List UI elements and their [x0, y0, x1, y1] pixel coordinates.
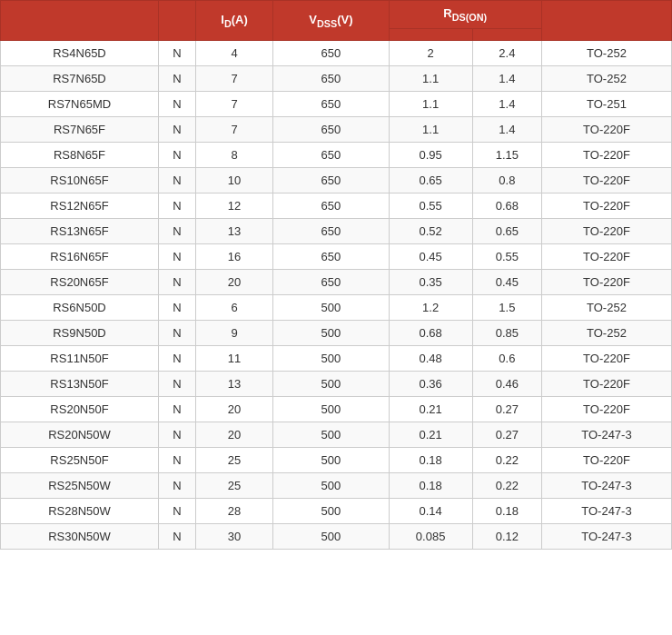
cell-package: TO-220F	[541, 167, 671, 193]
cell-max: 0.46	[472, 371, 541, 396]
cell-vdss: 500	[273, 396, 389, 422]
cell-product: RS28N50W	[1, 498, 159, 523]
cell-vdss: 650	[273, 40, 389, 65]
cell-package: TO-220F	[541, 345, 671, 371]
cell-package: TO-220F	[541, 371, 671, 396]
cell-id: 20	[195, 396, 272, 422]
table-row: RS13N50F N 13 500 0.36 0.46 TO-220F	[1, 371, 672, 396]
cell-id: 20	[195, 269, 272, 294]
cell-type: N	[159, 142, 196, 167]
cell-max: 0.85	[472, 320, 541, 345]
cell-typ: 0.21	[389, 396, 472, 422]
table-row: RS9N50D N 9 500 0.68 0.85 TO-252	[1, 320, 672, 345]
cell-id: 7	[195, 116, 272, 142]
cell-product: RS10N65F	[1, 167, 159, 193]
cell-max: 0.6	[472, 345, 541, 371]
col-type	[159, 1, 196, 41]
cell-package: TO-220F	[541, 142, 671, 167]
cell-type: N	[159, 193, 196, 218]
table-row: RS13N65F N 13 650 0.52 0.65 TO-220F	[1, 218, 672, 243]
cell-product: RS4N65D	[1, 40, 159, 65]
cell-package: TO-220F	[541, 218, 671, 243]
cell-typ: 0.18	[389, 472, 472, 498]
cell-typ: 0.085	[389, 523, 472, 549]
cell-id: 9	[195, 320, 272, 345]
cell-id: 8	[195, 142, 272, 167]
cell-type: N	[159, 523, 196, 549]
table-row: RS7N65D N 7 650 1.1 1.4 TO-252	[1, 65, 672, 91]
cell-typ: 0.68	[389, 320, 472, 345]
cell-vdss: 500	[273, 371, 389, 396]
table-row: RS7N65F N 7 650 1.1 1.4 TO-220F	[1, 116, 672, 142]
cell-id: 25	[195, 472, 272, 498]
cell-type: N	[159, 396, 196, 422]
cell-product: RS20N65F	[1, 269, 159, 294]
cell-product: RS20N50W	[1, 422, 159, 447]
cell-package: TO-251	[541, 91, 671, 116]
table-row: RS25N50W N 25 500 0.18 0.22 TO-247-3	[1, 472, 672, 498]
table-row: RS30N50W N 30 500 0.085 0.12 TO-247-3	[1, 523, 672, 549]
product-table: ID(A) VDSS(V) RDS(ON) RS4N65D N 4 650 2 …	[0, 0, 672, 550]
table-row: RS12N65F N 12 650 0.55 0.68 TO-220F	[1, 193, 672, 218]
cell-vdss: 500	[273, 523, 389, 549]
cell-id: 7	[195, 91, 272, 116]
cell-vdss: 500	[273, 498, 389, 523]
cell-package: TO-252	[541, 294, 671, 320]
cell-product: RS9N50D	[1, 320, 159, 345]
cell-id: 20	[195, 422, 272, 447]
cell-typ: 0.36	[389, 371, 472, 396]
cell-package: TO-220F	[541, 193, 671, 218]
cell-max: 0.22	[472, 472, 541, 498]
cell-max: 0.22	[472, 447, 541, 472]
cell-type: N	[159, 422, 196, 447]
cell-vdss: 650	[273, 65, 389, 91]
cell-vdss: 650	[273, 167, 389, 193]
cell-id: 13	[195, 371, 272, 396]
cell-typ: 0.52	[389, 218, 472, 243]
cell-product: RS11N50F	[1, 345, 159, 371]
cell-package: TO-252	[541, 320, 671, 345]
cell-package: TO-220F	[541, 396, 671, 422]
cell-vdss: 650	[273, 116, 389, 142]
cell-type: N	[159, 371, 196, 396]
cell-max: 1.4	[472, 91, 541, 116]
cell-type: N	[159, 472, 196, 498]
cell-id: 7	[195, 65, 272, 91]
cell-vdss: 500	[273, 294, 389, 320]
cell-max: 0.27	[472, 396, 541, 422]
cell-typ: 0.65	[389, 167, 472, 193]
cell-type: N	[159, 218, 196, 243]
cell-max: 1.4	[472, 65, 541, 91]
cell-product: RS13N50F	[1, 371, 159, 396]
cell-id: 25	[195, 447, 272, 472]
cell-id: 16	[195, 243, 272, 269]
col-rds-group: RDS(ON)	[389, 1, 541, 29]
cell-max: 0.45	[472, 269, 541, 294]
cell-max: 0.8	[472, 167, 541, 193]
table-row: RS6N50D N 6 500 1.2 1.5 TO-252	[1, 294, 672, 320]
col-package	[541, 1, 671, 41]
cell-vdss: 500	[273, 472, 389, 498]
cell-max: 0.65	[472, 218, 541, 243]
cell-vdss: 500	[273, 422, 389, 447]
cell-type: N	[159, 243, 196, 269]
cell-type: N	[159, 269, 196, 294]
cell-typ: 0.95	[389, 142, 472, 167]
cell-package: TO-247-3	[541, 523, 671, 549]
cell-max: 1.15	[472, 142, 541, 167]
cell-id: 28	[195, 498, 272, 523]
cell-type: N	[159, 116, 196, 142]
cell-id: 10	[195, 167, 272, 193]
cell-max: 0.18	[472, 498, 541, 523]
cell-type: N	[159, 167, 196, 193]
cell-max: 1.4	[472, 116, 541, 142]
cell-vdss: 650	[273, 142, 389, 167]
cell-max: 0.68	[472, 193, 541, 218]
cell-max: 0.27	[472, 422, 541, 447]
cell-vdss: 650	[273, 218, 389, 243]
cell-typ: 0.18	[389, 447, 472, 472]
cell-package: TO-220F	[541, 447, 671, 472]
cell-max: 2.4	[472, 40, 541, 65]
cell-type: N	[159, 294, 196, 320]
cell-typ: 2	[389, 40, 472, 65]
